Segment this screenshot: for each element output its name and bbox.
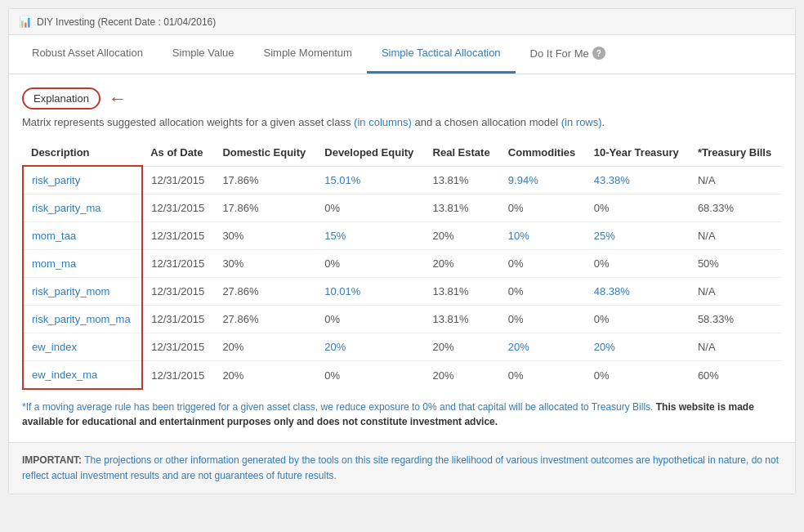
footnote-star-text: *If a moving average rule has been trigg…	[22, 401, 653, 413]
cell-domestic_equity: 20%	[214, 333, 316, 361]
matrix-description: Matrix represents suggested allocation w…	[22, 116, 782, 128]
cell-as_of_date: 12/31/2015	[142, 166, 214, 194]
tab-simple-tactical[interactable]: Simple Tactical Allocation	[367, 35, 516, 74]
tab-robust[interactable]: Robust Asset Allocation	[17, 35, 158, 74]
cell-commodities: 0%	[500, 278, 586, 306]
cell-domestic_equity: 30%	[214, 222, 316, 250]
col-10yr-treasury: 10-Year Treasury	[586, 140, 690, 166]
tab-do-it-for-me[interactable]: Do It For Me ?	[516, 35, 620, 74]
table-row: ew_index_ma12/31/201520%0%20%0%0%60%	[23, 361, 782, 390]
cell-real_estate: 13.81%	[425, 166, 500, 194]
important-label: IMPORTANT:	[22, 454, 82, 466]
cell-as_of_date: 12/31/2015	[142, 278, 214, 306]
cell-developed_equity: 0%	[316, 194, 424, 222]
top-bar: 📊 DIY Investing (Recent Date : 01/04/201…	[9, 9, 795, 35]
cell-treasury_10yr: 0%	[586, 194, 690, 222]
cell-real_estate: 20%	[425, 250, 500, 278]
cell-developed_equity: 10.01%	[316, 278, 424, 306]
cell-domestic_equity: 30%	[214, 250, 316, 278]
cell-as_of_date: 12/31/2015	[142, 250, 214, 278]
allocation-table: Description As of Date Domestic Equity D…	[22, 140, 782, 390]
cell-treasury_bills: 68.33%	[690, 194, 782, 222]
table-row: risk_parity12/31/201517.86%15.01%13.81%9…	[23, 166, 782, 194]
cell-domestic_equity: 27.86%	[214, 306, 316, 333]
desc-middle: and a chosen allocation model	[412, 116, 561, 128]
important-banner: IMPORTANT: The projections or other info…	[9, 442, 795, 494]
cell-treasury_bills: 58.33%	[690, 306, 782, 333]
cell-description: risk_parity_mom	[23, 278, 142, 306]
col-commodities: Commodities	[500, 140, 586, 166]
cell-developed_equity: 15%	[316, 222, 424, 250]
cell-as_of_date: 12/31/2015	[142, 306, 214, 333]
cell-as_of_date: 12/31/2015	[142, 222, 214, 250]
desc-prefix: Matrix represents suggested allocation w…	[22, 116, 354, 128]
content-area: Explanation ← Matrix represents suggeste…	[9, 74, 795, 442]
cell-domestic_equity: 20%	[214, 361, 316, 390]
col-treasury-bills: *Treasury Bills	[690, 140, 782, 166]
cell-description: risk_parity_ma	[23, 194, 142, 222]
table-row: ew_index12/31/201520%20%20%20%20%N/A	[23, 333, 782, 361]
top-bar-label: DIY Investing (Recent Date : 01/04/2016)	[37, 16, 216, 28]
cell-description: ew_index_ma	[23, 361, 142, 390]
cell-treasury_10yr: 0%	[586, 306, 690, 333]
cell-developed_equity: 15.01%	[316, 166, 424, 194]
cell-developed_equity: 20%	[316, 333, 424, 361]
table-row: risk_parity_mom_ma12/31/201527.86%0%13.8…	[23, 306, 782, 333]
cell-treasury_10yr: 48.38%	[586, 278, 690, 306]
table-row: mom_taa12/31/201530%15%20%10%25%N/A	[23, 222, 782, 250]
explanation-row: Explanation ←	[22, 87, 782, 110]
cell-treasury_10yr: 0%	[586, 361, 690, 390]
cell-treasury_bills: N/A	[690, 222, 782, 250]
help-icon[interactable]: ?	[592, 47, 605, 60]
col-as-of-date: As of Date	[142, 140, 214, 166]
explanation-button[interactable]: Explanation	[22, 87, 100, 110]
cell-treasury_10yr: 20%	[586, 333, 690, 361]
cell-description: mom_ma	[23, 250, 142, 278]
cell-commodities: 0%	[500, 250, 586, 278]
cell-developed_equity: 0%	[316, 250, 424, 278]
cell-description: ew_index	[23, 333, 142, 361]
explanation-section: Explanation ← Matrix represents suggeste…	[22, 87, 782, 128]
col-description: Description	[23, 140, 142, 166]
cell-treasury_bills: N/A	[690, 166, 782, 194]
table-row: mom_ma12/31/201530%0%20%0%0%50%	[23, 250, 782, 278]
main-container: 📊 DIY Investing (Recent Date : 01/04/201…	[8, 8, 796, 494]
cell-developed_equity: 0%	[316, 306, 424, 333]
tab-simple-value[interactable]: Simple Value	[158, 35, 249, 74]
cell-treasury_10yr: 43.38%	[586, 166, 690, 194]
cell-real_estate: 20%	[425, 222, 500, 250]
cell-treasury_bills: 50%	[690, 250, 782, 278]
cell-treasury_bills: 60%	[690, 361, 782, 390]
col-developed-equity: Developed Equity	[316, 140, 424, 166]
cell-real_estate: 20%	[425, 361, 500, 390]
cell-treasury_10yr: 0%	[586, 250, 690, 278]
cell-treasury_bills: N/A	[690, 333, 782, 361]
desc-highlight1: (in columns)	[354, 116, 412, 128]
cell-domestic_equity: 17.86%	[214, 194, 316, 222]
arrow-icon: ←	[109, 90, 127, 108]
tab-do-it-label: Do It For Me	[530, 47, 589, 60]
cell-description: risk_parity	[23, 166, 142, 194]
cell-description: risk_parity_mom_ma	[23, 306, 142, 333]
cell-real_estate: 13.81%	[425, 194, 500, 222]
cell-commodities: 0%	[500, 194, 586, 222]
cell-commodities: 0%	[500, 361, 586, 390]
cell-commodities: 10%	[500, 222, 586, 250]
table-row: risk_parity_mom12/31/201527.86%10.01%13.…	[23, 278, 782, 306]
desc-highlight2: (in rows)	[561, 116, 602, 128]
table-header-row: Description As of Date Domestic Equity D…	[23, 140, 782, 166]
cell-treasury_bills: N/A	[690, 278, 782, 306]
cell-description: mom_taa	[23, 222, 142, 250]
cell-domestic_equity: 17.86%	[214, 166, 316, 194]
cell-commodities: 9.94%	[500, 166, 586, 194]
cell-treasury_10yr: 25%	[586, 222, 690, 250]
cell-as_of_date: 12/31/2015	[142, 194, 214, 222]
desc-suffix: .	[602, 116, 605, 128]
cell-commodities: 20%	[500, 333, 586, 361]
important-text: The projections or other information gen…	[22, 454, 779, 481]
tab-simple-momentum[interactable]: Simple Momentum	[249, 35, 367, 74]
col-real-estate: Real Estate	[425, 140, 500, 166]
cell-as_of_date: 12/31/2015	[142, 333, 214, 361]
diy-icon: 📊	[19, 16, 32, 28]
col-domestic-equity: Domestic Equity	[214, 140, 316, 166]
